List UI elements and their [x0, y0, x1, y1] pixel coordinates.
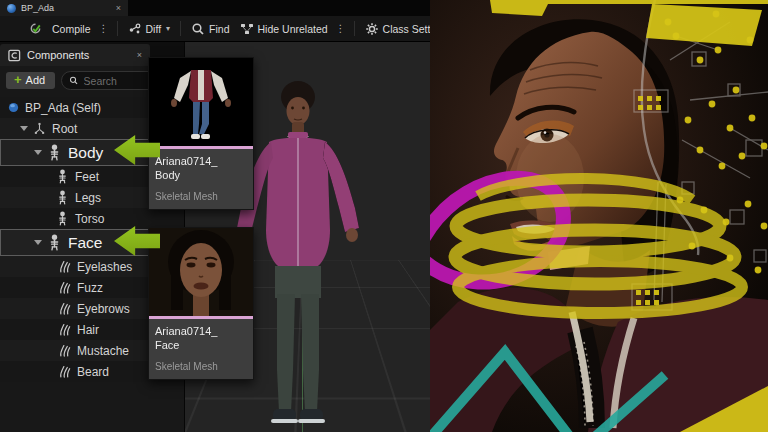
hide-unrelated-icon [240, 22, 254, 36]
blueprint-toolbar: Compile ⋮ Diff ▾ Find Hide Unrelated ⋮ C… [0, 16, 430, 42]
asset-tooltip-face: Ariana0714_ Face Skeletal Mesh [148, 227, 254, 380]
skeletal-mesh-icon [47, 144, 62, 161]
diff-button[interactable]: Diff ▾ [123, 19, 176, 39]
tab-title: BP_Ada [21, 3, 111, 13]
components-panel-icon [8, 49, 21, 62]
skeletal-mesh-icon [56, 190, 69, 205]
groom-icon [58, 301, 71, 316]
face-asset-thumbnail [149, 228, 253, 316]
find-icon [191, 22, 205, 36]
groom-icon [58, 280, 71, 295]
skeletal-mesh-icon [47, 234, 62, 251]
tab-close-icon[interactable]: × [116, 4, 121, 13]
body-asset-thumbnail [149, 58, 253, 146]
plus-icon: + [14, 75, 22, 85]
character-preview-model [235, 80, 395, 430]
tree-row-torso[interactable]: Torso [0, 208, 184, 229]
search-icon [69, 75, 78, 86]
add-component-button[interactable]: + Add [6, 72, 55, 89]
diff-icon [128, 22, 142, 36]
components-panel-title: Components [27, 49, 131, 61]
compile-icon [29, 21, 42, 36]
diff-caret-icon: ▾ [166, 24, 170, 33]
expander-icon[interactable] [20, 126, 28, 131]
hide-unrelated-button[interactable]: Hide Unrelated [235, 19, 333, 39]
blueprint-class-icon [8, 102, 19, 113]
blueprint-editor-window: BP_Ada × Compile ⋮ Diff ▾ Find Hide Unre… [0, 0, 768, 432]
components-tab[interactable]: Components × [0, 44, 150, 66]
metahuman-promo-image [430, 0, 768, 432]
promo-render [430, 0, 768, 432]
asset-tooltip-body: Ariana0714_ Body Skeletal Mesh [148, 57, 254, 210]
groom-icon [58, 343, 71, 358]
tab-bp-ada[interactable]: BP_Ada × [0, 0, 128, 16]
asset-type-label: Skeletal Mesh [149, 353, 253, 379]
skeletal-mesh-icon [56, 211, 69, 226]
hide-unrelated-options-button[interactable]: ⋮ [333, 23, 349, 34]
compile-options-button[interactable]: ⋮ [96, 23, 112, 34]
document-tab-bar: BP_Ada × [0, 0, 430, 16]
groom-icon [58, 259, 71, 274]
expander-icon[interactable] [34, 240, 42, 245]
gear-icon [365, 22, 379, 36]
blueprint-class-icon [7, 4, 16, 13]
find-button[interactable]: Find [186, 19, 234, 39]
asset-type-label: Skeletal Mesh [149, 183, 253, 209]
expander-icon[interactable] [34, 150, 42, 155]
groom-icon [58, 322, 71, 337]
skeletal-mesh-icon [56, 169, 69, 184]
toolbar-separator [354, 21, 355, 36]
asset-title: Ariana0714_ Face [149, 319, 253, 353]
components-close-icon[interactable]: × [137, 51, 142, 60]
groom-icon [58, 364, 71, 379]
scene-root-icon [33, 121, 46, 136]
compile-button[interactable]: Compile [24, 18, 96, 39]
toolbar-separator [180, 21, 181, 36]
toolbar-separator [117, 21, 118, 36]
asset-title: Ariana0714_ Body [149, 149, 253, 183]
